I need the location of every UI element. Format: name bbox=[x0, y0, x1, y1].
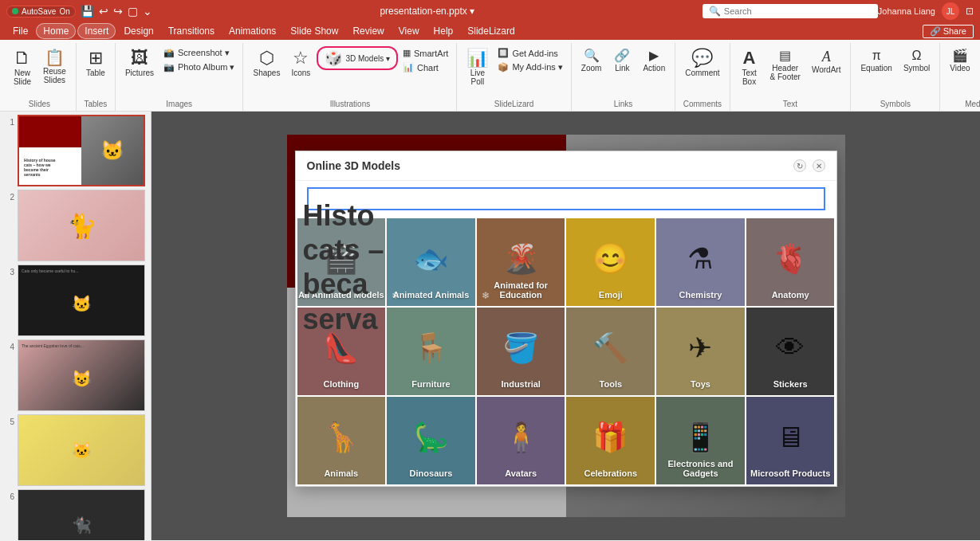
get-addins-button[interactable]: 🔲 Get Add-ins bbox=[494, 46, 565, 60]
header-footer-button[interactable]: ▤ Header& Footer bbox=[766, 46, 805, 84]
slide-img-4[interactable]: The ancient Egyptian love of cats... 😺 bbox=[18, 339, 145, 411]
ribbon-tools-media: 🎬 Video 🔊 Audio bbox=[945, 43, 980, 98]
category-tools[interactable]: 🔨 Tools bbox=[566, 308, 655, 395]
slide-img-3[interactable]: Cats only became useful to hu... 🐱 bbox=[18, 265, 145, 336]
save-icon[interactable]: 💾 bbox=[81, 5, 94, 18]
new-slide-button[interactable]: 🗋 NewSlide bbox=[8, 46, 37, 89]
action-button[interactable]: ▶ Action bbox=[638, 46, 670, 76]
menu-view[interactable]: View bbox=[392, 24, 426, 38]
slide-thumb-3[interactable]: 3 Cats only became useful to hu... 🐱 bbox=[3, 265, 148, 336]
get-addins-icon: 🔲 bbox=[498, 48, 509, 58]
comment-icon: 💬 bbox=[691, 49, 713, 67]
dialog-search-input[interactable] bbox=[307, 187, 825, 210]
user-avatar[interactable]: JL bbox=[942, 2, 959, 20]
ribbon-group-links: 🔍 Zoom 🔗 Link ▶ Action Links bbox=[572, 43, 675, 111]
category-dinosaurs[interactable]: 🦕 Dinosaurs bbox=[387, 397, 475, 484]
search-input[interactable] bbox=[724, 6, 868, 16]
category-animated-animals[interactable]: 🐟 Animated Animals ❄ bbox=[387, 218, 475, 306]
redo-icon[interactable]: ↪ bbox=[113, 5, 123, 18]
animals-icon: 🦒 bbox=[323, 421, 359, 454]
slide-thumb-4[interactable]: 4 The ancient Egyptian love of cats... 😺 bbox=[3, 339, 148, 411]
main-slide-text: Histocats –becaserva bbox=[303, 198, 384, 336]
dialog-controls: ↻ ✕ bbox=[793, 159, 825, 172]
category-animals[interactable]: 🦒 Animals bbox=[297, 397, 386, 484]
present-icon[interactable]: ▢ bbox=[128, 5, 138, 18]
menu-animations[interactable]: Animations bbox=[222, 24, 282, 38]
screenshot-icon: 📸 bbox=[163, 48, 175, 58]
comment-button[interactable]: 💬 Comment bbox=[680, 46, 724, 80]
dialog-title: Online 3D Models bbox=[307, 159, 400, 172]
restore-icon[interactable]: ⊡ bbox=[966, 6, 974, 17]
pictures-button[interactable]: 🖼 Pictures bbox=[120, 46, 159, 80]
table-button[interactable]: ⊞ Table bbox=[81, 46, 110, 80]
category-furniture[interactable]: 🪑 Furniture bbox=[387, 308, 475, 395]
autosave-badge[interactable]: AutoSave On bbox=[6, 6, 76, 18]
my-addins-button[interactable]: 📦 My Add-ins ▾ bbox=[494, 61, 565, 74]
text-box-button[interactable]: A TextBox bbox=[735, 46, 764, 89]
title-bar: AutoSave On 💾 ↩ ↪ ▢ ⌄ presentation-en.pp… bbox=[0, 0, 980, 22]
video-button[interactable]: 🎬 Video bbox=[945, 46, 974, 76]
zoom-button[interactable]: 🔍 Zoom bbox=[577, 46, 607, 76]
equation-label: Equation bbox=[860, 64, 891, 73]
category-anatomy[interactable]: 🫀 Anatomy bbox=[746, 218, 835, 306]
menu-review[interactable]: Review bbox=[346, 24, 390, 38]
dialog-refresh-button[interactable]: ↻ bbox=[793, 159, 806, 172]
reuse-slides-button[interactable]: 📋 ReuseSlides bbox=[38, 46, 71, 88]
comments-group-label: Comments bbox=[683, 98, 722, 111]
smartart-button[interactable]: ▦ SmartArt bbox=[399, 46, 451, 60]
menu-file[interactable]: File bbox=[6, 24, 34, 38]
animated-animals-icon: 🐟 bbox=[413, 242, 449, 276]
category-avatars[interactable]: 🧍 Avatars bbox=[477, 397, 565, 484]
undo-icon[interactable]: ↩ bbox=[99, 5, 108, 18]
category-industrial[interactable]: 🪣 Industrial bbox=[477, 308, 565, 395]
3d-models-button[interactable]: 🎲 3D Models ▾ bbox=[317, 46, 398, 70]
filename-dropdown[interactable]: ▾ bbox=[470, 6, 474, 17]
share-button[interactable]: 🔗 Share bbox=[923, 25, 974, 38]
audio-button[interactable]: 🔊 Audio bbox=[977, 46, 980, 76]
menu-design[interactable]: Design bbox=[117, 24, 159, 38]
screenshot-button[interactable]: 📸 Screenshot ▾ bbox=[160, 46, 238, 60]
category-stickers[interactable]: 👁 Stickers bbox=[746, 308, 835, 395]
category-chemistry[interactable]: ⚗ Chemistry bbox=[656, 218, 745, 306]
action-label: Action bbox=[643, 64, 665, 73]
symbol-button[interactable]: Ω Symbol bbox=[899, 46, 935, 76]
menu-transitions[interactable]: Transitions bbox=[162, 24, 221, 38]
category-emoji[interactable]: 😊 Emoji bbox=[566, 218, 655, 306]
slide-thumb-5[interactable]: 5 🐱 bbox=[3, 414, 148, 486]
chart-button[interactable]: 📊 Chart bbox=[399, 61, 451, 74]
more-icon[interactable]: ⌄ bbox=[143, 5, 152, 18]
photo-album-button[interactable]: 📷 Photo Album ▾ bbox=[160, 61, 238, 74]
slide-img-2[interactable]: 🐈 bbox=[18, 190, 145, 261]
slide-img-6[interactable]: 🐈‍⬛ bbox=[18, 489, 145, 540]
ribbon-group-symbols: π Equation Ω Symbol Symbols bbox=[851, 43, 940, 111]
category-electronics[interactable]: 📱 Electronics and Gadgets bbox=[656, 397, 745, 484]
ribbon-group-media: 🎬 Video 🔊 Audio Media bbox=[940, 43, 980, 111]
live-poll-button[interactable]: 📊 LivePoll bbox=[462, 46, 493, 89]
category-animated-education[interactable]: 🌋 Animated for Education ❄ bbox=[477, 218, 565, 306]
menu-insert[interactable]: Insert bbox=[77, 23, 116, 39]
icons-button[interactable]: ☆ Icons bbox=[286, 46, 315, 80]
link-label: Link bbox=[615, 64, 629, 73]
slide-img-5[interactable]: 🐱 bbox=[18, 414, 145, 486]
menu-home[interactable]: Home bbox=[36, 23, 76, 39]
slide-img-1[interactable]: 🐱 History of housecats – how webecame th… bbox=[18, 115, 145, 186]
slide-thumb-1[interactable]: 1 🐱 History of housecats – how webecame … bbox=[3, 115, 148, 186]
menu-help[interactable]: Help bbox=[427, 24, 460, 38]
category-toys[interactable]: ✈ Toys bbox=[656, 308, 745, 395]
link-button[interactable]: 🔗 Link bbox=[608, 46, 636, 76]
links-group-label: Links bbox=[614, 98, 632, 111]
menu-slidelizard[interactable]: SlideLizard bbox=[461, 24, 521, 38]
slide-thumb-2[interactable]: 2 🐈 bbox=[3, 190, 148, 261]
shapes-button[interactable]: ⬡ Shapes bbox=[248, 46, 285, 80]
category-celebrations[interactable]: 🎁 Celebrations bbox=[566, 397, 655, 484]
ribbon-tools-slides: 🗋 NewSlide 📋 ReuseSlides bbox=[8, 43, 71, 98]
search-bar[interactable]: 🔍 bbox=[703, 4, 878, 18]
slide-thumb-6[interactable]: 6 🐈‍⬛ bbox=[3, 489, 148, 540]
menu-slideshow[interactable]: Slide Show bbox=[284, 24, 344, 38]
toys-icon: ✈ bbox=[688, 331, 712, 365]
equation-button[interactable]: π Equation bbox=[856, 46, 896, 76]
dialog-close-button[interactable]: ✕ bbox=[813, 159, 825, 172]
category-microsoft[interactable]: 🖥 Microsoft Products bbox=[746, 397, 835, 484]
wordart-button[interactable]: A WordArt bbox=[807, 46, 846, 77]
get-addins-label: Get Add-ins bbox=[512, 49, 557, 58]
